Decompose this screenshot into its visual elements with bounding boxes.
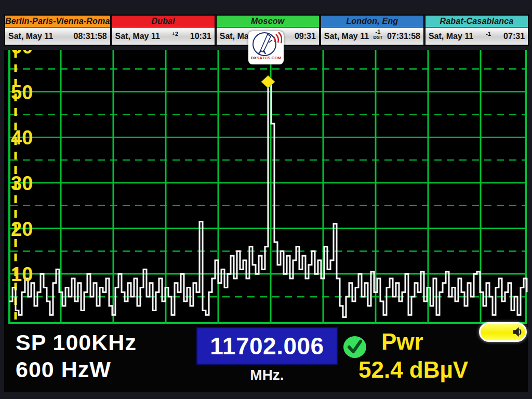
zone-time: 07:31:58 (387, 32, 420, 41)
zone-time-row: Sat, May 11 08:31:58 (5, 28, 111, 45)
zone-header: Moscow (216, 15, 320, 28)
volume-toggle[interactable] (479, 322, 527, 342)
logo-caption: DXSATCS.COM (251, 56, 282, 60)
zone-offset-value: +2 (172, 31, 179, 37)
zone-time-row: Sat, May 11 +2 10:31 (112, 28, 215, 45)
y-axis-label: 60 (11, 50, 33, 58)
zone-header: Dubai (112, 15, 215, 28)
zone-header: Rabat-Casablanca (425, 15, 528, 28)
y-axis-label: 40 (11, 127, 33, 149)
y-axis-label: 30 (11, 172, 33, 194)
zone-offset-value: -1 (376, 29, 381, 35)
frequency-unit: MHz. (196, 367, 338, 383)
spectrum-trace (9, 81, 527, 317)
satellite-dish-icon (250, 31, 282, 57)
zone-column: Berlin-Paris-Vienna-Roma Sat, May 11 08:… (5, 15, 112, 45)
zone-column: Rabat-Casablanca Sat, May 11 -1 07:31 (425, 15, 528, 45)
bottom-panel: SP 100KHz 600 HzW 11702.006 MHz. Pwr 52.… (4, 325, 528, 392)
zone-offset-note: DST (373, 35, 382, 40)
zone-date: Sat, May 11 (115, 32, 160, 41)
spectrum-plot: 605040302010 (4, 50, 528, 325)
speaker-icon (512, 326, 523, 338)
zone-offset: -1 DST (373, 29, 382, 39)
zone-header: Berlin-Paris-Vienna-Roma (5, 15, 111, 28)
zone-date: Sat, May 11 (8, 32, 53, 41)
zone-time: 08:31:58 (74, 32, 107, 41)
zone-time: 09:31 (295, 32, 316, 41)
y-axis-label: 10 (11, 263, 33, 285)
zone-offset: +2 (172, 31, 179, 37)
bandwidth-readout: 600 HzW (16, 358, 111, 381)
span-readout: SP 100KHz (16, 331, 137, 354)
zone-time: 07:31 (503, 32, 525, 41)
frequency-display[interactable]: 11702.006 (196, 327, 338, 365)
peak-marker[interactable] (261, 75, 275, 88)
zone-time: 10:31 (190, 32, 211, 41)
zone-column: London, Eng Sat, May 11 -1 DST 07:31:58 (321, 15, 425, 45)
zone-offset-value: -1 (486, 31, 491, 37)
zone-time-row: Sat, May 11 -1 07:31 (425, 28, 528, 45)
dxsatcs-logo: DXSATCS.COM (248, 31, 284, 64)
frame: { "world_clock": { "zones": [ {"name": "… (0, 0, 532, 399)
zone-offset: -1 (486, 31, 491, 37)
spectrum-svg: 605040302010 (4, 50, 528, 325)
zone-header: London, Eng (321, 15, 424, 28)
y-axis-label: 20 (11, 218, 33, 240)
power-label: Pwr (381, 330, 423, 353)
zone-date: Sat, May 11 (429, 32, 473, 41)
y-axis-label: 50 (11, 82, 33, 103)
power-value: 52.4 dBµV (358, 358, 468, 381)
signal-ok-icon (343, 336, 367, 358)
zone-column: Dubai Sat, May 11 +2 10:31 (112, 15, 216, 45)
zone-time-row: Sat, May 11 -1 DST 07:31:58 (321, 28, 424, 45)
zone-date: Sat, May 11 (324, 32, 369, 41)
